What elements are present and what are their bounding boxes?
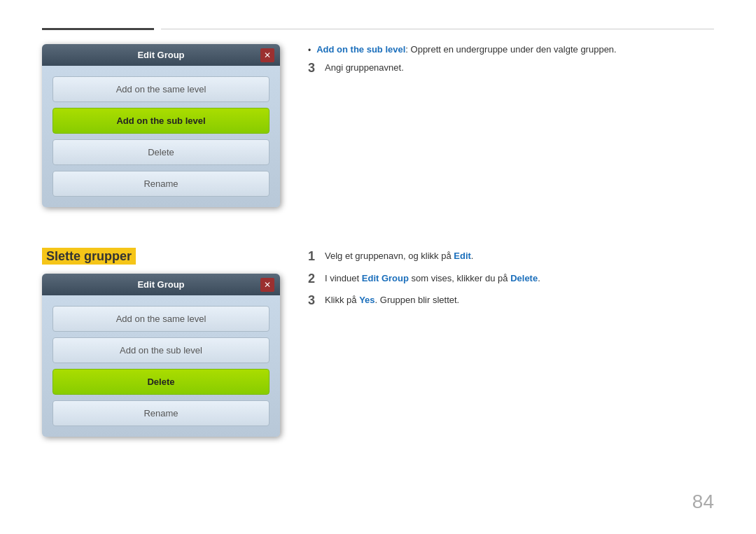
edit-group-dialog-1: Edit Group ✕ Add on the same level Add o… bbox=[42, 44, 280, 207]
dialog2-btn-same-level[interactable]: Add on the same level bbox=[52, 306, 270, 332]
heading-text: Slette grupper bbox=[42, 248, 136, 265]
step-2-bottom: 2 I vinduet Edit Group som vises, klikke… bbox=[308, 272, 714, 287]
dialog1-titlebar: Edit Group ✕ bbox=[42, 44, 280, 66]
add-sub-level-link: Add on the sub level bbox=[316, 44, 405, 55]
dialog1-close-button[interactable]: ✕ bbox=[260, 48, 274, 62]
section-heading: Slette grupper bbox=[42, 249, 280, 264]
bottom-instructions: 1 Velg et gruppenavn, og klikk på Edit. … bbox=[308, 249, 714, 437]
dialog2-btn-rename[interactable]: Rename bbox=[52, 400, 270, 426]
dialog1-body: Add on the same level Add on the sub lev… bbox=[42, 66, 280, 207]
step-1-bottom: 1 Velg et gruppenavn, og klikk på Edit. bbox=[308, 249, 714, 265]
dialog1-title: Edit Group bbox=[137, 50, 184, 60]
rule-dark bbox=[42, 28, 154, 30]
bullet-item-1: • Add on the sub level: Opprett en under… bbox=[308, 44, 714, 55]
rule-light bbox=[161, 29, 714, 29]
step-text-3-top: Angi gruppenavnet. bbox=[325, 61, 714, 75]
step-3-bottom: 3 Klikk på Yes. Gruppen blir slettet. bbox=[308, 293, 714, 309]
step1-pre: Velg et gruppenavn, og klikk på bbox=[325, 251, 454, 261]
step2-link2: Delete bbox=[510, 273, 538, 283]
dialog2-titlebar: Edit Group ✕ bbox=[42, 274, 280, 295]
bullet-text: Add on the sub level: Opprett en undergr… bbox=[316, 44, 617, 55]
step-number-2: 2 bbox=[308, 272, 325, 287]
step2-mid: som vises, klikker du på bbox=[409, 273, 510, 283]
dialog2-container: Slette grupper Edit Group ✕ Add on the s… bbox=[42, 249, 280, 437]
top-instructions: • Add on the sub level: Opprett en under… bbox=[308, 44, 714, 207]
step3-link: Yes bbox=[359, 295, 374, 305]
step-text-2: I vinduet Edit Group som vises, klikker … bbox=[325, 272, 714, 286]
step3-pre: Klikk på bbox=[325, 295, 359, 305]
dialog2-body: Add on the same level Add on the sub lev… bbox=[42, 295, 280, 437]
step3-post: . Gruppen blir slettet. bbox=[375, 295, 460, 305]
step2-link1: Edit Group bbox=[362, 273, 409, 283]
step-number-3-top: 3 bbox=[308, 61, 325, 76]
dialog1-btn-same-level[interactable]: Add on the same level bbox=[52, 76, 270, 102]
dialog2-btn-delete[interactable]: Delete bbox=[52, 369, 270, 395]
dialog2-btn-sub-level[interactable]: Add on the sub level bbox=[52, 337, 270, 363]
step2-post: . bbox=[538, 273, 540, 283]
step1-post: . bbox=[471, 251, 474, 261]
bullet-rest: : Opprett en undergruppe under den valgt… bbox=[405, 44, 616, 55]
step1-link: Edit bbox=[454, 251, 471, 261]
dialog2-title: Edit Group bbox=[137, 279, 184, 290]
bullet-dot: • bbox=[308, 45, 311, 55]
dialog2-close-button[interactable]: ✕ bbox=[260, 278, 274, 292]
dialog1-btn-rename[interactable]: Rename bbox=[52, 171, 270, 197]
step-number-3-bottom: 3 bbox=[308, 293, 325, 309]
dialog1-btn-delete[interactable]: Delete bbox=[52, 139, 270, 165]
step-text-3-bottom: Klikk på Yes. Gruppen blir slettet. bbox=[325, 293, 714, 307]
step2-pre: I vinduet bbox=[325, 273, 362, 283]
edit-group-dialog-2: Edit Group ✕ Add on the same level Add o… bbox=[42, 274, 280, 437]
top-section: Edit Group ✕ Add on the same level Add o… bbox=[42, 44, 714, 207]
top-rule bbox=[42, 28, 714, 30]
step-3-top: 3 Angi gruppenavnet. bbox=[308, 61, 714, 76]
dialog1-btn-sub-level[interactable]: Add on the sub level bbox=[52, 108, 270, 134]
step-text-1: Velg et gruppenavn, og klikk på Edit. bbox=[325, 249, 714, 263]
page-number: 84 bbox=[692, 491, 714, 513]
dialog1-container: Edit Group ✕ Add on the same level Add o… bbox=[42, 44, 280, 207]
step-number-1: 1 bbox=[308, 249, 325, 265]
bottom-section: Slette grupper Edit Group ✕ Add on the s… bbox=[42, 249, 714, 437]
